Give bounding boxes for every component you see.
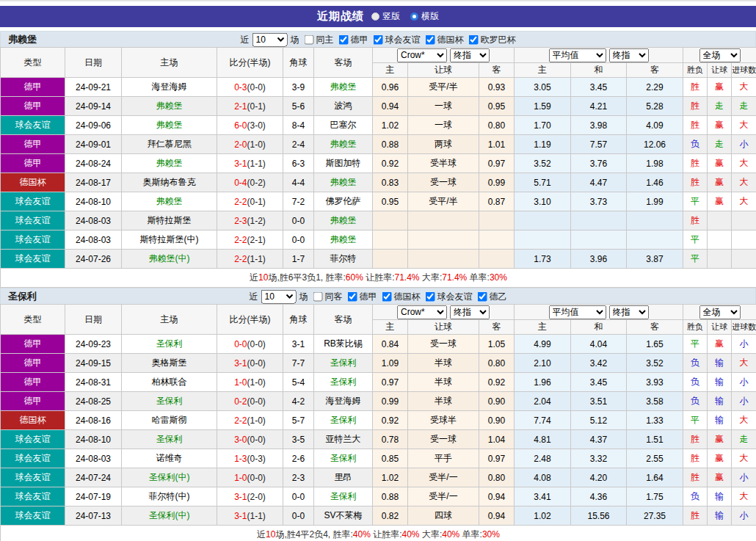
result-goals: [732, 211, 756, 230]
table-row: 球会友谊24-07-19菲尔特(中)3-1(2-0)0-0圣保利0.88受半/一…: [1, 487, 756, 506]
crow-away-odds: 0.90: [479, 411, 515, 430]
avg-home-odds: 4.99: [515, 335, 571, 354]
table-row: 球会友谊24-07-26弗赖堡(中)2-2(1-1)1-7菲尔特1.733.96…: [1, 250, 756, 269]
league-filter-checkbox[interactable]: [339, 35, 349, 44]
crow-away-odds: 0.80: [479, 468, 515, 487]
table-row: 德甲24-08-25圣保利0-2(0-0)4-2海登海姆0.99半球0.902.…: [1, 392, 756, 411]
result-goals: 小: [732, 392, 756, 411]
result-handicap: 输: [708, 487, 732, 506]
crow-handicap: 受半/一: [408, 468, 479, 487]
summary-text: 近10场,胜6平3负1, 胜率:60% 让胜率:71.4% 大率:71.4% 单…: [1, 269, 756, 288]
avg-home-odds: 3.52: [515, 154, 571, 173]
sub-col-header: 客: [627, 320, 683, 335]
avg-home-odds: 1.02: [515, 506, 571, 526]
league-filter-label: 德甲: [360, 290, 377, 302]
corners: 0-0: [283, 230, 314, 250]
result-handicap: 赢: [708, 78, 732, 97]
crow-away-odds: 0.94: [479, 487, 515, 506]
table-row: 德甲24-08-31柏林联合1-0(1-0)5-4圣保利0.97半球0.921.…: [1, 373, 756, 392]
result-goals: 大: [732, 192, 756, 211]
away-team: SV不莱梅: [314, 506, 373, 526]
halftime-score: (1-0): [247, 377, 266, 388]
league-filter-checkbox[interactable]: [348, 291, 357, 301]
crow-home-odds: 0.97: [373, 373, 408, 392]
crow-handicap: 两球: [408, 135, 479, 154]
scope-select[interactable]: 全场: [699, 48, 741, 62]
score: 3-1(2-0): [217, 487, 283, 506]
league-filter-checkbox[interactable]: [426, 291, 435, 301]
avg-away-odds: 12.06: [627, 135, 683, 154]
halftime-score: (1-0): [247, 139, 266, 150]
avg-away-odds: 1.51: [627, 430, 683, 449]
league-badge: 德甲: [1, 354, 65, 373]
match-count-select[interactable]: 10: [261, 289, 297, 303]
final-odds-select[interactable]: 终指: [450, 48, 490, 62]
result-wdl: 胜: [683, 506, 708, 526]
home-team: 奥格斯堡: [122, 354, 217, 373]
result-handicap: 输: [708, 506, 732, 526]
result-wdl: 负: [683, 354, 708, 373]
league-badge: 球会友谊: [1, 487, 65, 506]
league-filter-checkbox[interactable]: [478, 291, 487, 301]
final-odds-select-2[interactable]: 终指: [609, 305, 649, 319]
header-dropdown-row: 类型日期主场比分(半场)角球客场Crow*终指平均值终指全场: [1, 305, 756, 320]
odds-source-select[interactable]: Crow*: [397, 48, 447, 62]
match-date: 24-08-31: [65, 373, 122, 392]
result-goals: 大: [732, 449, 756, 468]
halftime-score: (2-0): [247, 492, 266, 502]
odds-source-select[interactable]: Crow*: [397, 305, 447, 319]
team-name: 弗赖堡: [8, 33, 37, 46]
match-date: 24-09-21: [65, 78, 122, 97]
league-filter-checkbox[interactable]: [426, 35, 435, 44]
match-date: 24-08-24: [65, 154, 122, 173]
league-badge: 球会友谊: [1, 230, 65, 250]
crow-away-odds: 0.87: [479, 192, 515, 211]
summary-segment: 大率:: [420, 529, 443, 540]
sections-container: 弗赖堡近10场同主德甲球会友谊德国杯欧罗巴杯类型日期主场比分(半场)角球客场Cr…: [0, 31, 756, 541]
same-venue-checkbox[interactable]: [305, 35, 314, 44]
league-badge: 球会友谊: [1, 211, 65, 230]
final-odds-select-2[interactable]: 终指: [609, 48, 649, 62]
away-team: 弗赖堡: [314, 135, 373, 154]
result-handicap: 赢: [708, 154, 732, 173]
score: 0-2(0-0): [217, 392, 283, 411]
league-filter-checkbox[interactable]: [469, 35, 479, 44]
result-wdl: 平: [683, 411, 708, 430]
scope-select[interactable]: 全场: [699, 305, 741, 319]
crow-home-odds: 1.09: [373, 354, 408, 373]
avg-draw-odds: [571, 211, 627, 230]
average-odds-select[interactable]: 平均值: [549, 305, 606, 319]
summary-row: 近10场,胜6平3负1, 胜率:60% 让胜率:71.4% 大率:71.4% 单…: [1, 269, 756, 288]
fulltime-score: 2-2: [234, 254, 247, 264]
table-row: 德国杯24-08-17奥斯纳布鲁克0-4(0-2)4-4弗赖堡0.83受一球0.…: [1, 173, 756, 192]
league-filter-label: 球会友谊: [437, 290, 473, 302]
average-odds-header: 平均值终指: [515, 48, 683, 63]
table-row: 德甲24-09-21海登海姆0-3(0-0)3-9弗赖堡0.96受平/半0.93…: [1, 78, 756, 97]
league-filter-checkbox[interactable]: [382, 291, 392, 301]
view-radio-vertical[interactable]: 竖版: [371, 10, 400, 23]
result-handicap: [708, 250, 732, 269]
match-count-select[interactable]: 10: [252, 32, 288, 46]
average-odds-select[interactable]: 平均值: [549, 48, 606, 62]
filters: 近10场同主德甲球会友谊德国杯欧罗巴杯: [241, 32, 516, 46]
score: 2-2(1-1): [217, 250, 283, 269]
avg-draw-odds: 15.56: [571, 506, 627, 526]
result-wdl: 平: [683, 230, 708, 250]
match-date: 24-09-23: [65, 335, 122, 354]
view-radio-horizontal[interactable]: 横版: [410, 10, 439, 23]
col-score: 比分(半场): [217, 48, 283, 78]
corners: 7-2: [283, 192, 314, 211]
result-goals: 走: [732, 97, 756, 116]
league-filter-checkbox[interactable]: [374, 35, 383, 44]
same-venue-checkbox[interactable]: [313, 291, 323, 301]
result-wdl: 平: [683, 250, 708, 269]
table-row: 球会友谊24-08-03斯特拉斯堡(中)2-2(2-1)0-0弗赖堡平: [1, 230, 756, 250]
avg-draw-odds: 4.21: [571, 97, 627, 116]
avg-draw-odds: 4.20: [571, 468, 627, 487]
view-radio-label: 竖版: [382, 10, 400, 23]
score: 2-2(0-1): [217, 192, 283, 211]
avg-draw-odds: 4.37: [571, 430, 627, 449]
home-team: 斯特拉斯堡(中): [122, 230, 217, 250]
away-team: 斯图加特: [314, 154, 373, 173]
final-odds-select[interactable]: 终指: [450, 305, 490, 319]
